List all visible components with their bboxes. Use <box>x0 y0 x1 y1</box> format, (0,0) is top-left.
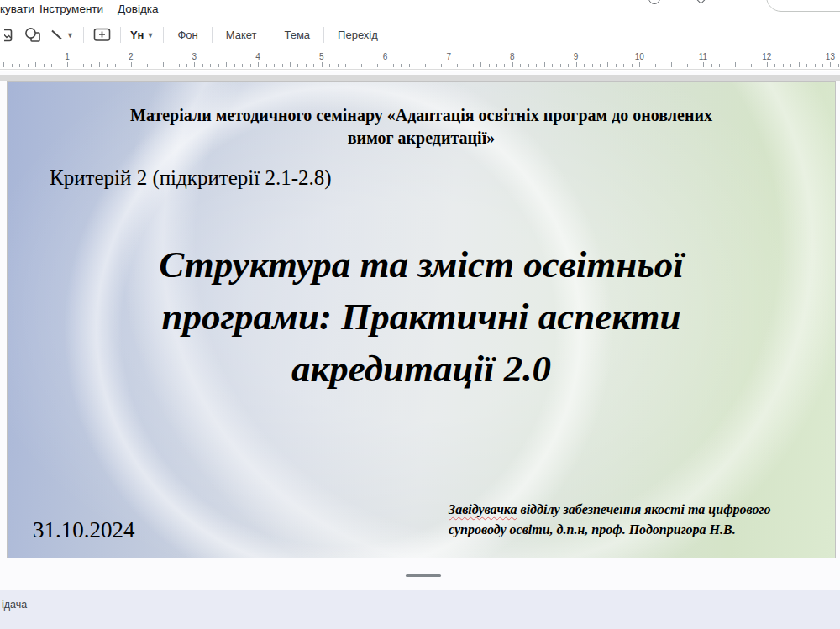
insert-image-icon[interactable] <box>0 24 19 46</box>
ruler-tick <box>250 64 251 67</box>
workspace-top-strip <box>0 75 840 81</box>
ruler-tick <box>520 64 521 67</box>
ruler-tick <box>338 64 339 67</box>
theme-button[interactable]: Тема <box>276 24 318 46</box>
chevron-down-icon: ▼ <box>146 31 154 39</box>
ruler-tick <box>76 64 76 67</box>
speaker-notes-bar[interactable]: ідача <box>0 590 840 629</box>
ruler-tick <box>711 64 712 67</box>
horizontal-ruler[interactable]: 12345678910111213 <box>0 50 840 70</box>
date-textbox[interactable]: 31.10.2024 <box>33 517 135 543</box>
ruler-tick <box>751 64 752 67</box>
ruler-tick <box>242 64 243 67</box>
author-line-2: супроводу освіти, д.п.н, проф. Подоприго… <box>449 520 828 540</box>
ruler-tick <box>51 64 52 67</box>
ruler-tick <box>703 62 704 67</box>
insert-shape-icon[interactable] <box>19 24 45 46</box>
ruler-tick <box>91 64 92 67</box>
ruler-number: 7 <box>446 52 451 61</box>
shape-icon <box>24 27 41 43</box>
ruler-tick <box>12 64 13 67</box>
ruler-tick <box>568 64 569 67</box>
ruler-number: 2 <box>129 52 134 61</box>
ruler-tick <box>322 62 323 67</box>
layout-button[interactable]: Макет <box>218 24 265 46</box>
ruler-tick <box>194 62 195 67</box>
toolbar-divider <box>163 27 164 43</box>
ruler-tick <box>838 64 839 67</box>
ruler-tick <box>496 64 497 67</box>
ruler-tick <box>131 62 132 67</box>
toolbar-divider <box>83 27 84 43</box>
menu-item-help[interactable]: Довідка <box>118 3 159 15</box>
slideshow-button-partial[interactable] <box>766 0 840 12</box>
ruler-tick <box>639 62 640 67</box>
ruler-tick <box>329 64 330 67</box>
ruler-tick <box>623 64 624 67</box>
author-textbox[interactable]: Завідувачка відділу забезпечення якості … <box>449 500 828 540</box>
text-box-icon <box>93 28 111 42</box>
ruler-number: 4 <box>255 52 260 61</box>
ruler-tick <box>147 64 148 67</box>
header-line-1: Матеріали методичного семінару «Адаптаці… <box>58 104 785 127</box>
ruler-tick <box>473 64 474 67</box>
title-line-3: акредитації 2.0 <box>8 343 835 395</box>
ruler-tick <box>536 64 537 67</box>
ruler-tick <box>361 64 362 67</box>
font-tool-button[interactable]: Yн ▼ <box>126 24 158 46</box>
ruler-tick <box>528 64 529 67</box>
ruler-tick <box>163 62 164 67</box>
notes-resize-handle[interactable] <box>406 574 441 577</box>
ruler-tick <box>186 64 187 67</box>
text-box-button[interactable] <box>89 24 115 46</box>
ruler-tick <box>767 62 768 67</box>
ruler-tick <box>584 64 585 67</box>
ruler-tick <box>290 62 291 67</box>
spellcheck-underlined-word: Завідувачка <box>449 502 517 516</box>
slide-header-textbox[interactable]: Матеріали методичного семінару «Адаптаці… <box>58 104 785 149</box>
ruler-tick <box>648 64 648 67</box>
ruler-tick <box>345 64 346 67</box>
ruler-tick <box>600 64 601 67</box>
ruler-tick <box>759 64 759 67</box>
insert-line-tool[interactable]: ▼ <box>45 24 78 46</box>
transition-button[interactable]: Перехід <box>329 24 386 46</box>
ruler-number: 12 <box>762 52 771 61</box>
slide-title-textbox[interactable]: Структура та зміст освітньої програми: П… <box>8 238 835 395</box>
toolbar-divider <box>212 27 213 43</box>
ruler-number: 1 <box>65 52 70 61</box>
criterion-textbox[interactable]: Критерій 2 (підкритерії 2.1-2.8) <box>50 166 332 190</box>
history-icon[interactable] <box>648 0 660 4</box>
ruler-tick <box>632 64 633 67</box>
comment-icon[interactable] <box>696 0 706 4</box>
notes-partial-label: ідача <box>2 599 27 611</box>
ruler-tick <box>783 64 784 67</box>
ruler-tick <box>465 64 465 67</box>
ruler-tick <box>735 62 736 67</box>
background-button[interactable]: Фон <box>169 24 206 46</box>
ruler-number: 6 <box>383 52 388 61</box>
ruler-tick <box>99 62 100 67</box>
ruler-tick <box>552 64 553 67</box>
image-icon <box>4 28 13 43</box>
ruler-tick <box>806 64 807 67</box>
ruler-tick <box>226 62 227 67</box>
ruler-number: 5 <box>319 52 324 61</box>
ruler-tick <box>441 64 442 67</box>
menu-item-partial[interactable]: кувати <box>0 3 34 15</box>
ruler-tick <box>743 64 743 67</box>
slide-canvas[interactable]: Матеріали методичного семінару «Адаптаці… <box>7 81 836 558</box>
chevron-down-icon: ▼ <box>66 31 74 39</box>
ruler-tick <box>60 64 60 67</box>
ruler-number: 3 <box>192 52 197 61</box>
ruler-tick <box>616 64 617 67</box>
menu-item-tools[interactable]: Інструменти <box>39 3 103 15</box>
header-line-2: вимог акредитації» <box>58 127 785 149</box>
ruler-tick <box>67 62 68 67</box>
ruler-tick <box>822 64 823 67</box>
ruler-tick <box>607 62 608 67</box>
ruler-tick <box>544 62 545 67</box>
ruler-tick <box>457 64 458 67</box>
ruler-tick <box>3 62 4 67</box>
ruler-tick <box>401 64 402 67</box>
